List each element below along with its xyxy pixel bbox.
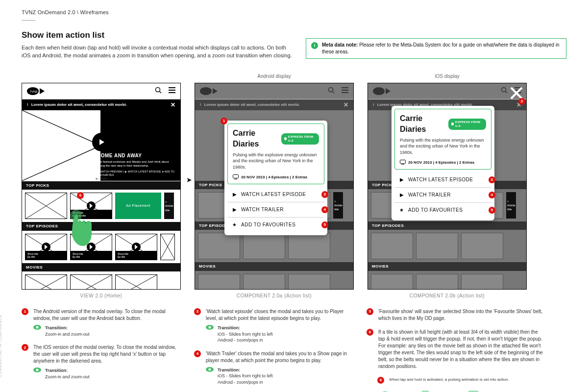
logo[interactable]: TVNZ (27, 87, 47, 95)
hero[interactable]: HOME AND AWAY The festival continues and… (22, 110, 180, 181)
search-icon[interactable] (328, 87, 335, 96)
tile[interactable]: Show titleEp title (115, 234, 157, 260)
annotation-3: 3'Watch latest episode' closes the modal… (194, 308, 351, 343)
caption-android: COMPONENT 2.0a (Action list) (237, 293, 312, 299)
tv-icon (233, 174, 239, 179)
frame-ios: 2 !Lorem ipsum dolor sit amet, consectet… (368, 83, 527, 290)
svg-text:TVNZ: TVNZ (30, 90, 38, 93)
info-icon: ! (311, 42, 318, 49)
frame-home: TVNZ ! Lorem ipsum dolor sit amet, conse… (22, 83, 181, 290)
frame-android: !Lorem ipsum dolor sit amet, consectetur… (195, 83, 354, 290)
flow-arrow-icon: ➤ (186, 175, 192, 185)
meta-note: ! Meta data note: Please refer to the Me… (306, 38, 566, 59)
belt-title-toppicks: TOP PICKS (22, 181, 180, 190)
svg-point-58 (209, 368, 211, 370)
annotation-1: 1The Android version of the modal overla… (22, 308, 178, 337)
caption-ios: COMPONENT 2.0b (Action list) (410, 293, 485, 299)
svg-line-26 (25, 275, 67, 290)
hero-title: HOME AND AWAY (97, 152, 175, 159)
pager-dots[interactable]: ●○○○○ (22, 176, 180, 181)
close-icon[interactable]: ✕ (171, 101, 175, 109)
alert-icon: ! (27, 102, 28, 107)
svg-line-29 (116, 275, 157, 290)
svg-rect-39 (233, 175, 239, 178)
modal-body: Pulsing with the explosive energy unknow… (233, 152, 319, 171)
play-icon: ▶ (232, 191, 237, 198)
action-list-modal: Carrie DiariesEXPRESS FROM U.S Pulsing w… (224, 121, 327, 235)
tile[interactable] (25, 274, 67, 290)
star-icon: ★ (232, 221, 237, 228)
callout-2: 2 (518, 98, 525, 105)
menu-icon[interactable] (169, 87, 175, 95)
svg-line-43 (506, 91, 508, 93)
svg-point-42 (502, 87, 506, 92)
watch-latest-button[interactable]: ▶WATCH LATEST EPISODE3 (394, 172, 491, 187)
svg-line-27 (71, 275, 112, 290)
eye-icon (33, 325, 40, 330)
belt-title-topepisodes: TOP EPISODES (22, 222, 180, 230)
svg-point-54 (36, 369, 39, 371)
svg-rect-49 (400, 160, 406, 164)
hand-icon (65, 210, 95, 249)
play-icon: ▶ (232, 206, 237, 213)
tile[interactable] (160, 234, 175, 260)
svg-line-3 (160, 91, 162, 93)
callout-6: 6 (77, 192, 84, 199)
logo[interactable] (373, 87, 392, 95)
search-icon[interactable] (501, 87, 508, 96)
watch-trailer-button[interactable]: ▶WATCH TRAILER4 (394, 187, 491, 202)
svg-point-41 (373, 87, 385, 95)
notice-bar[interactable]: ! Lorem ipsum dolor sit amet, consectetu… (22, 99, 180, 110)
modal-title: Carrie Diaries (400, 113, 445, 135)
menu-icon[interactable] (342, 87, 348, 95)
action-list-modal: Carrie DiariesEXPRESS FROM U.S Pulsing w… (392, 106, 494, 220)
search-icon[interactable] (155, 87, 162, 96)
svg-point-56 (209, 326, 211, 328)
annotation-4: 4'Watch Trailer' closes the modal and ta… (194, 350, 351, 386)
ad-tile[interactable]: Ad Placement (115, 193, 161, 219)
svg-point-34 (329, 87, 333, 92)
add-favourites-button[interactable]: ★ADD TO FAVOURITES5 (394, 202, 491, 218)
svg-point-52 (36, 326, 39, 328)
play-icon[interactable] (92, 133, 111, 151)
svg-point-33 (200, 87, 212, 95)
svg-line-25 (25, 275, 67, 290)
tile[interactable] (25, 193, 67, 219)
svg-line-35 (333, 91, 335, 93)
frame-label-android: Android display (257, 73, 291, 80)
tile[interactable]: Show titleEp title (25, 234, 67, 260)
tile[interactable] (115, 274, 157, 290)
watch-latest-button[interactable]: ▶WATCH LATEST EPISODE3 (227, 187, 324, 202)
annotation-2: 2The iOS version of the modal overlay. T… (22, 344, 178, 380)
callout-1: 1 (220, 118, 227, 124)
watch-trailer-button[interactable]: ▶WATCH TRAILER4 (227, 202, 324, 217)
tile[interactable] (70, 274, 112, 290)
logo[interactable] (200, 87, 220, 95)
express-badge: EXPRESS FROM U.S (448, 119, 486, 130)
frame-label-ios: iOS display (435, 73, 460, 80)
annotation-8: 8When tap and hold is activated, a pulsi… (377, 377, 543, 384)
caption-home: VIEW 2.0 (Home) (80, 293, 122, 299)
svg-line-28 (71, 275, 112, 290)
annotation-5: 5'Favourite show' will save the selected… (367, 308, 543, 322)
modal-title: Carrie Diaries (233, 128, 278, 150)
hero-subtitle: The festival continues and Maddy and Jos… (97, 160, 175, 168)
express-badge: EXPRESS FROM U.S (281, 133, 319, 145)
frame-label-home (100, 73, 102, 80)
article-sliver[interactable]: > Article title (164, 193, 174, 219)
modal-meta: 20 NOV 2013 | 4 Episodes | 2 Extras (233, 174, 319, 180)
intro-text: Each item when held down (tap and hold) … (22, 44, 296, 59)
annotation-6: 6If a tile is shown in full height (with… (367, 329, 543, 370)
breadcrumb: TVNZ OnDemand 2.0 \ Wireframes (22, 9, 566, 16)
svg-point-2 (156, 87, 160, 92)
svg-line-30 (116, 275, 157, 290)
add-favourites-button[interactable]: ★ADD TO FAVOURITES5 (227, 217, 324, 232)
belt-title-movies: MOVIES (22, 263, 180, 271)
rule (22, 20, 35, 21)
